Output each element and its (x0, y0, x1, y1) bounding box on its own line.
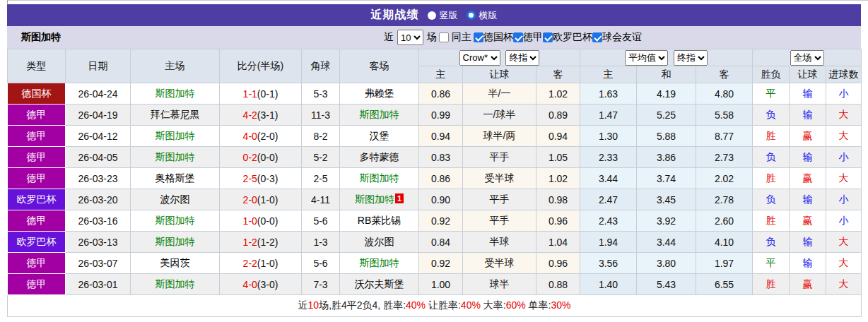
home-team-link[interactable]: 拜仁慕尼黑 (151, 109, 200, 120)
results-table: 类型 日期 主场 比分(半场) 角球 客场 Crow* 终指 平均值 终指 全场 (7, 49, 862, 317)
home-team-link[interactable]: 斯图加特 (156, 88, 195, 99)
main-panel: 近期战绩 竖版 横版 斯图加特 近 10 场 同主 德国杯德甲欧罗巴杯球会友谊 (7, 4, 861, 317)
radio-checked-icon[interactable] (467, 11, 476, 20)
avg-away-cell: 2.73 (696, 147, 753, 168)
away-team-link[interactable]: 斯图加特 (360, 109, 399, 120)
away-team-link[interactable]: 斯图加特 (360, 257, 399, 268)
away-team-link[interactable]: 斯图加特 (355, 193, 394, 205)
corner-cell: 1-3 (302, 232, 340, 253)
result-handicap-cell: 赢 (790, 126, 826, 147)
home-team-link[interactable]: 斯图加特 (156, 151, 195, 162)
home-team-link[interactable]: 斯图加特 (156, 215, 195, 226)
corner-cell: 11-3 (302, 105, 340, 126)
away-team-link[interactable]: RB莱比锡 (358, 215, 401, 226)
result-handicap-cell: 赢 (790, 274, 826, 295)
league-filters: 德国杯德甲欧罗巴杯球会友谊 (474, 31, 642, 44)
avg-draw-cell: 5.43 (637, 274, 696, 295)
handicap-cell: 半球 (463, 232, 536, 253)
home-team-link[interactable]: 波尔图 (160, 193, 190, 205)
away-team-link[interactable]: 斯图加特 (360, 172, 399, 184)
date-cell: 26-03-20 (66, 189, 131, 210)
league-filter[interactable]: 德甲 (513, 31, 543, 44)
result-wdl-cell: 胜 (753, 210, 790, 232)
avg-away-cell: 8.77 (696, 126, 753, 147)
avg-group-header: 平均值 终指 (580, 49, 753, 66)
result-handicap-cell: 输 (790, 253, 826, 274)
match-row: 德甲26-03-01斯图加特4-0(3-0)7-3沃尔夫斯堡1.00球半0.88… (8, 274, 862, 295)
score-cell: 1-1(0-1) (220, 83, 302, 105)
home-team-link[interactable]: 美因茨 (160, 257, 190, 268)
result-wdl-cell: 负 (753, 189, 790, 210)
bookmaker-select[interactable]: Crow* (459, 50, 500, 66)
home-team-cell: 奥格斯堡 (131, 168, 220, 189)
avg-draw-cell: 3.92 (637, 210, 696, 232)
away-team-link[interactable]: 多特蒙德 (360, 151, 399, 162)
avg-home-cell: 1.63 (580, 83, 637, 105)
away-team-link[interactable]: 弗赖堡 (365, 88, 394, 99)
result-wdl-cell: 负 (753, 105, 790, 126)
checkbox-unchecked-icon[interactable] (439, 32, 449, 42)
summary-stat-value: 30% (551, 299, 570, 311)
home-team-link[interactable]: 斯图加特 (156, 236, 195, 247)
home-team-cell: 斯图加特 (131, 274, 220, 295)
radio-unchecked-icon[interactable] (428, 11, 436, 20)
home-team-link[interactable]: 斯图加特 (156, 278, 195, 290)
odds-home-cell: 0.90 (419, 189, 463, 210)
date-cell: 26-03-07 (66, 253, 131, 274)
avg-stage-select[interactable]: 终指 (674, 50, 708, 66)
corner-cell: 5-6 (302, 210, 340, 232)
type-badge-cell: 德甲 (8, 126, 66, 147)
score-cell: 2-2(1-0) (220, 253, 302, 274)
average-select[interactable]: 平均值 (625, 50, 668, 66)
checkbox-checked-icon[interactable] (592, 32, 602, 42)
result-handicap-cell: 赢 (790, 210, 826, 232)
date-cell: 26-04-19 (66, 105, 131, 126)
score-cell: 1-0(0-0) (220, 210, 302, 232)
fulltime-score: 2-2 (243, 258, 257, 269)
avg-draw-cell: 3.45 (637, 189, 696, 210)
odds-stage-select[interactable]: 终指 (505, 50, 539, 66)
handicap-cell: 平手 (463, 189, 536, 210)
away-team-cell: 斯图加特 (340, 105, 419, 126)
handicap-cell: 平手 (463, 147, 536, 168)
away-team-cell: 多特蒙德 (340, 147, 419, 168)
same-home-label: 同主 (452, 31, 471, 44)
radio-horizontal-layout[interactable]: 横版 (467, 9, 498, 22)
result-goals-cell: 大 (826, 126, 862, 147)
away-team-link[interactable]: 汉堡 (370, 130, 389, 141)
period-select[interactable]: 全场 (790, 50, 824, 66)
checkbox-checked-icon[interactable] (474, 32, 483, 42)
away-team-link[interactable]: 波尔图 (365, 236, 394, 247)
halftime-score: (1-2) (257, 237, 278, 248)
home-team-cell: 斯图加特 (131, 147, 220, 168)
home-team-link[interactable]: 奥格斯堡 (156, 172, 195, 184)
fulltime-score: 1-1 (243, 88, 257, 100)
recent-count-select[interactable]: 10 (397, 30, 423, 45)
radio-vertical-layout[interactable]: 竖版 (428, 9, 458, 22)
league-filter[interactable]: 德国杯 (474, 31, 513, 44)
result-wdl-cell: 胜 (753, 168, 790, 189)
odds-away-cell: 1.02 (536, 168, 580, 189)
handicap-cell: 球半/两 (463, 126, 536, 147)
avg-draw-cell: 3.86 (637, 147, 696, 168)
odds-away-cell: 0.88 (536, 274, 580, 295)
same-home-filter[interactable]: 同主 (439, 31, 471, 44)
checkbox-checked-icon[interactable] (543, 32, 553, 42)
checkbox-checked-icon[interactable] (513, 32, 523, 42)
handicap-cell: 球半 (463, 274, 536, 295)
halftime-score: (1-0) (257, 258, 278, 269)
type-badge-cell: 德甲 (8, 168, 66, 189)
away-team-link[interactable]: 沃尔夫斯堡 (355, 278, 404, 290)
avg-home-cell: 2.33 (580, 147, 637, 168)
filter-controls: 近 10 场 同主 德国杯德甲欧罗巴杯球会友谊 (384, 30, 642, 45)
match-row: 德甲26-03-23奥格斯堡2-5(0-3)2-5斯图加特0.86受半球1.02… (8, 168, 862, 189)
result-goals-cell: 大 (826, 274, 862, 295)
col-header-handicap-result: 让球 (790, 66, 826, 83)
odds-home-cell: 0.92 (419, 253, 463, 274)
league-filter[interactable]: 欧罗巴杯 (543, 31, 592, 44)
recent-prefix-label: 近 (384, 31, 394, 44)
avg-away-cell: 4.10 (696, 232, 753, 253)
odds-away-cell: 1.02 (536, 83, 580, 105)
league-filter[interactable]: 球会友谊 (592, 31, 642, 44)
home-team-link[interactable]: 斯图加特 (156, 130, 195, 141)
